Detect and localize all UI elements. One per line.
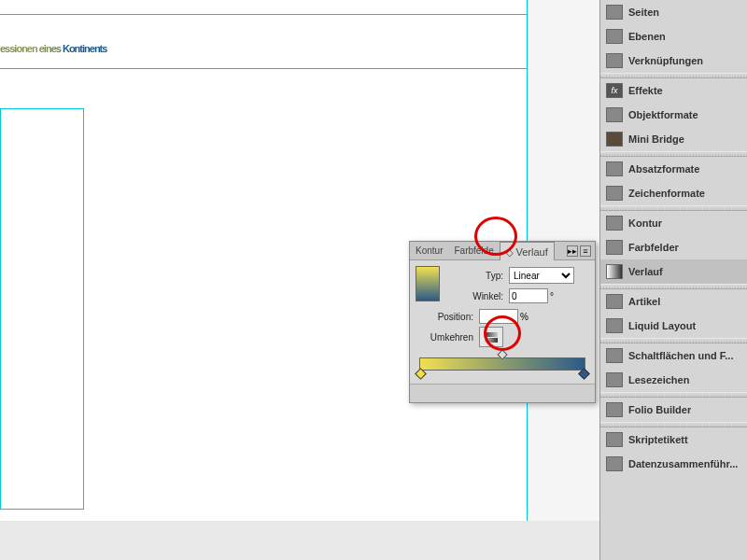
title-solid-text: Kontinents [63,43,106,54]
dock-separator [600,284,747,289]
panel-footer [410,384,595,402]
panel-verknuepfungen[interactable]: Verknüpfungen [600,49,747,73]
fx-icon: fx [606,83,623,98]
panel-tabs: Kontur Farbfelde ◇ Verlauf ▸▸ ≡ [410,242,595,260]
article-icon [606,294,623,309]
gradient-type-select[interactable]: Linear [509,267,574,284]
dock-separator [600,422,747,427]
position-label: Position: [416,312,473,322]
panel-folio-builder[interactable]: Folio Builder [600,398,747,422]
data-merge-icon [606,456,623,471]
type-label: Typ: [445,271,503,281]
gradient-ramp[interactable] [419,357,585,371]
reverse-label: Umkehren [416,332,473,343]
stroke-icon [606,216,623,231]
panel-farbfelder[interactable]: Farbfelder [600,235,747,259]
panel-mini-bridge[interactable]: Mini Bridge [600,127,747,151]
panel-collapse-icon[interactable]: ▸▸ [567,245,578,257]
horizontal-scrollbar[interactable] [0,543,599,560]
panel-lesezeichen[interactable]: Lesezeichen [600,368,747,392]
view-mode-icon[interactable] [174,546,185,557]
gradient-preview-swatch[interactable] [416,266,440,301]
layers-icon [606,29,623,44]
panel-menu-icon[interactable]: ≡ [580,245,591,257]
position-unit: % [520,312,529,322]
gradient-stop-end[interactable] [578,368,590,380]
panel-zeichenformate[interactable]: Zeichenformate [600,181,747,205]
tab-kontur[interactable]: Kontur [410,242,448,260]
dock-separator [600,151,747,157]
dock-separator [600,205,747,211]
bookmarks-icon [606,372,623,387]
angle-input[interactable] [509,288,548,303]
position-input[interactable] [479,309,518,324]
liquid-layout-icon [606,318,623,333]
dock-separator [600,392,747,398]
panel-skriptetikett[interactable]: Skriptetikett [600,427,747,452]
panel-kontur[interactable]: Kontur [600,211,747,235]
panel-ebenen[interactable]: Ebenen [600,24,747,49]
tab-verlauf[interactable]: ◇ Verlauf [500,242,555,260]
script-label-icon [606,432,623,447]
panel-liquid-layout[interactable]: Liquid Layout [600,314,747,338]
panel-absatzformate[interactable]: Absatzformate [600,157,747,181]
panel-artikel[interactable]: Artikel [600,289,747,314]
view-mode-icons [174,546,211,559]
view-mode-icon[interactable] [187,546,198,557]
panel-seiten[interactable]: Seiten [600,0,747,24]
angle-unit: ° [550,291,554,301]
tab-farbfelder[interactable]: Farbfelde [448,242,499,260]
document-title-text[interactable]: essionen eines Kontinents [0,17,106,62]
panel-schaltflaechen[interactable]: Schaltflächen und F... [600,343,747,368]
panel-effekte[interactable]: fxEffekte [600,78,747,103]
bridge-icon [606,132,623,147]
gradient-icon [606,264,623,279]
pages-icon [606,5,623,20]
character-styles-icon [606,186,623,201]
links-icon [606,53,623,68]
reverse-gradient-button[interactable] [479,327,503,347]
gradient-stop-start[interactable] [415,368,427,380]
dock-separator [600,73,747,78]
dock-separator [600,338,747,343]
object-styles-icon [606,107,623,122]
guide-horizontal[interactable] [0,68,528,69]
paragraph-styles-icon [606,161,623,176]
empty-frame[interactable] [0,108,84,510]
title-gradient-text: essionen eines [0,43,63,54]
panel-objektformate[interactable]: Objektformate [600,103,747,127]
panel-verlauf[interactable]: Verlauf [600,259,747,284]
view-mode-icon[interactable] [200,546,211,557]
gradient-panel: Kontur Farbfelde ◇ Verlauf ▸▸ ≡ Typ: Lin… [409,241,596,403]
guide-horizontal[interactable] [0,14,528,15]
scroll-thumb[interactable] [101,546,170,559]
panel-datenzusammenfuehrung[interactable]: Datenzusammenführ... [600,452,747,476]
swatches-icon [606,240,623,255]
folio-icon [606,402,623,417]
gradient-midpoint[interactable] [498,349,508,359]
angle-label: Winkel: [445,291,503,301]
buttons-icon [606,348,623,363]
panel-dock: Seiten Ebenen Verknüpfungen fxEffekte Ob… [599,0,747,560]
